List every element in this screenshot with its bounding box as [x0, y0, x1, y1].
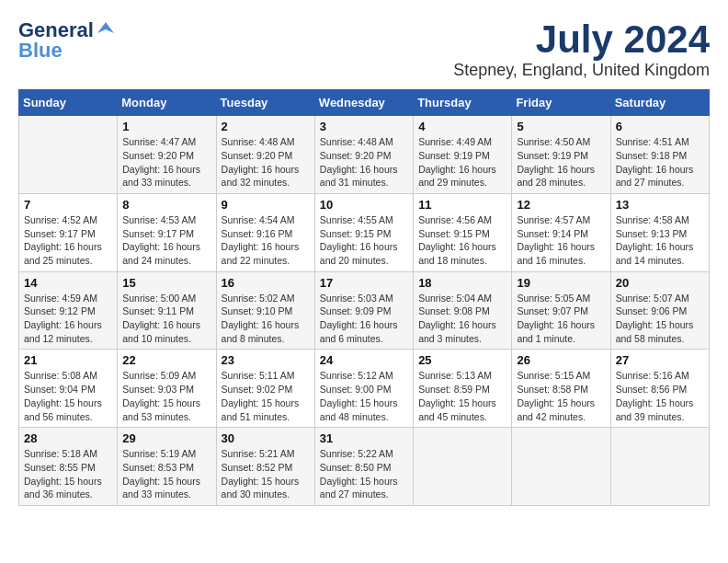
- weekday-header-row: SundayMondayTuesdayWednesdayThursdayFrid…: [19, 90, 710, 116]
- calendar-day-cell: 5Sunrise: 4:50 AM Sunset: 9:19 PM Daylig…: [512, 116, 610, 194]
- day-info: Sunrise: 4:53 AM Sunset: 9:17 PM Dayligh…: [122, 213, 210, 268]
- calendar-day-cell: 4Sunrise: 4:49 AM Sunset: 9:19 PM Daylig…: [414, 116, 512, 194]
- day-number: 15: [122, 276, 210, 290]
- calendar-day-cell: 12Sunrise: 4:57 AM Sunset: 9:14 PM Dayli…: [512, 193, 610, 271]
- day-info: Sunrise: 5:16 AM Sunset: 8:56 PM Dayligh…: [616, 369, 704, 423]
- day-number: 3: [320, 120, 408, 133]
- day-info: Sunrise: 5:13 AM Sunset: 8:59 PM Dayligh…: [418, 369, 506, 423]
- calendar-day-cell: 2Sunrise: 4:48 AM Sunset: 9:20 PM Daylig…: [216, 116, 314, 194]
- day-number: 11: [418, 198, 506, 212]
- weekday-header-wednesday: Wednesday: [314, 90, 413, 116]
- calendar-day-cell: 20Sunrise: 5:07 AM Sunset: 9:06 PM Dayli…: [610, 271, 709, 350]
- weekday-header-monday: Monday: [118, 90, 216, 116]
- calendar-day-cell: 29Sunrise: 5:19 AM Sunset: 8:53 PM Dayli…: [118, 428, 216, 506]
- calendar-day-cell: 13Sunrise: 4:58 AM Sunset: 9:13 PM Dayli…: [610, 193, 709, 271]
- logo-bird-icon: [96, 20, 116, 40]
- day-number: 24: [320, 353, 408, 367]
- calendar-day-cell: 16Sunrise: 5:02 AM Sunset: 9:10 PM Dayli…: [216, 271, 314, 350]
- day-number: 30: [222, 431, 310, 445]
- day-number: 17: [320, 276, 408, 290]
- empty-cell: [19, 116, 118, 194]
- day-number: 14: [24, 276, 112, 290]
- day-info: Sunrise: 5:02 AM Sunset: 9:10 PM Dayligh…: [222, 292, 310, 346]
- logo-blue-text: Blue: [18, 39, 63, 63]
- day-info: Sunrise: 5:11 AM Sunset: 9:02 PM Dayligh…: [222, 369, 310, 423]
- day-info: Sunrise: 4:48 AM Sunset: 9:20 PM Dayligh…: [222, 135, 310, 190]
- day-number: 12: [517, 198, 605, 212]
- day-info: Sunrise: 5:00 AM Sunset: 9:11 PM Dayligh…: [122, 292, 210, 346]
- empty-cell: [414, 428, 512, 506]
- calendar-day-cell: 25Sunrise: 5:13 AM Sunset: 8:59 PM Dayli…: [414, 350, 512, 428]
- calendar-day-cell: 24Sunrise: 5:12 AM Sunset: 9:00 PM Dayli…: [314, 350, 413, 428]
- weekday-header-saturday: Saturday: [610, 90, 709, 116]
- day-number: 8: [122, 198, 210, 212]
- calendar-week-row: 1Sunrise: 4:47 AM Sunset: 9:20 PM Daylig…: [19, 116, 710, 194]
- day-info: Sunrise: 4:49 AM Sunset: 9:19 PM Dayligh…: [418, 135, 506, 190]
- day-number: 10: [320, 198, 408, 212]
- day-number: 23: [222, 353, 310, 367]
- day-info: Sunrise: 5:03 AM Sunset: 9:09 PM Dayligh…: [320, 292, 408, 346]
- weekday-header-sunday: Sunday: [19, 90, 118, 116]
- day-number: 27: [616, 353, 704, 367]
- calendar-day-cell: 14Sunrise: 4:59 AM Sunset: 9:12 PM Dayli…: [19, 271, 118, 350]
- weekday-header-friday: Friday: [512, 90, 610, 116]
- calendar-day-cell: 3Sunrise: 4:48 AM Sunset: 9:20 PM Daylig…: [314, 116, 413, 194]
- day-info: Sunrise: 5:22 AM Sunset: 8:50 PM Dayligh…: [320, 447, 408, 501]
- calendar-day-cell: 6Sunrise: 4:51 AM Sunset: 9:18 PM Daylig…: [610, 116, 709, 194]
- page-header: General Blue July 2024 Stepney, England,…: [18, 18, 710, 80]
- day-info: Sunrise: 4:47 AM Sunset: 9:20 PM Dayligh…: [122, 135, 210, 190]
- calendar-table: SundayMondayTuesdayWednesdayThursdayFrid…: [18, 89, 710, 506]
- day-info: Sunrise: 5:07 AM Sunset: 9:06 PM Dayligh…: [616, 292, 704, 346]
- calendar-day-cell: 26Sunrise: 5:15 AM Sunset: 8:58 PM Dayli…: [512, 350, 610, 428]
- day-info: Sunrise: 4:52 AM Sunset: 9:17 PM Dayligh…: [24, 213, 112, 268]
- day-number: 18: [418, 276, 506, 290]
- day-number: 1: [122, 120, 210, 133]
- day-number: 9: [222, 198, 310, 212]
- calendar-week-row: 21Sunrise: 5:08 AM Sunset: 9:04 PM Dayli…: [19, 350, 710, 428]
- day-info: Sunrise: 5:12 AM Sunset: 9:00 PM Dayligh…: [320, 369, 408, 423]
- calendar-day-cell: 21Sunrise: 5:08 AM Sunset: 9:04 PM Dayli…: [19, 350, 118, 428]
- day-info: Sunrise: 5:09 AM Sunset: 9:03 PM Dayligh…: [122, 369, 210, 423]
- month-year-title: July 2024: [453, 18, 710, 61]
- calendar-day-cell: 22Sunrise: 5:09 AM Sunset: 9:03 PM Dayli…: [118, 350, 216, 428]
- day-number: 4: [418, 120, 506, 133]
- day-info: Sunrise: 5:18 AM Sunset: 8:55 PM Dayligh…: [24, 447, 112, 501]
- calendar-day-cell: 11Sunrise: 4:56 AM Sunset: 9:15 PM Dayli…: [414, 193, 512, 271]
- weekday-header-thursday: Thursday: [414, 90, 512, 116]
- day-number: 6: [616, 120, 704, 133]
- day-info: Sunrise: 4:55 AM Sunset: 9:15 PM Dayligh…: [320, 213, 408, 268]
- empty-cell: [512, 428, 610, 506]
- day-number: 13: [616, 198, 704, 212]
- day-number: 7: [24, 198, 112, 212]
- day-info: Sunrise: 4:54 AM Sunset: 9:16 PM Dayligh…: [222, 213, 310, 268]
- day-info: Sunrise: 4:59 AM Sunset: 9:12 PM Dayligh…: [24, 292, 112, 346]
- day-info: Sunrise: 5:21 AM Sunset: 8:52 PM Dayligh…: [222, 447, 310, 501]
- calendar-day-cell: 18Sunrise: 5:04 AM Sunset: 9:08 PM Dayli…: [414, 271, 512, 350]
- day-number: 21: [24, 353, 112, 367]
- calendar-header: SundayMondayTuesdayWednesdayThursdayFrid…: [19, 90, 710, 116]
- day-number: 5: [517, 120, 605, 133]
- day-info: Sunrise: 5:05 AM Sunset: 9:07 PM Dayligh…: [517, 292, 605, 346]
- day-number: 31: [320, 431, 408, 445]
- calendar-day-cell: 17Sunrise: 5:03 AM Sunset: 9:09 PM Dayli…: [314, 271, 413, 350]
- calendar-day-cell: 30Sunrise: 5:21 AM Sunset: 8:52 PM Dayli…: [216, 428, 314, 506]
- day-number: 28: [24, 431, 112, 445]
- day-info: Sunrise: 4:50 AM Sunset: 9:19 PM Dayligh…: [517, 135, 605, 190]
- calendar-day-cell: 7Sunrise: 4:52 AM Sunset: 9:17 PM Daylig…: [19, 193, 118, 271]
- day-info: Sunrise: 4:57 AM Sunset: 9:14 PM Dayligh…: [517, 213, 605, 268]
- day-info: Sunrise: 5:19 AM Sunset: 8:53 PM Dayligh…: [122, 447, 210, 501]
- calendar-week-row: 7Sunrise: 4:52 AM Sunset: 9:17 PM Daylig…: [19, 193, 710, 271]
- svg-marker-0: [97, 22, 114, 33]
- calendar-week-row: 28Sunrise: 5:18 AM Sunset: 8:55 PM Dayli…: [19, 428, 710, 506]
- day-number: 25: [418, 353, 506, 367]
- day-info: Sunrise: 4:51 AM Sunset: 9:18 PM Dayligh…: [616, 135, 704, 190]
- calendar-body: 1Sunrise: 4:47 AM Sunset: 9:20 PM Daylig…: [19, 116, 710, 506]
- day-number: 2: [222, 120, 310, 133]
- title-area: July 2024 Stepney, England, United Kingd…: [453, 18, 710, 80]
- day-number: 16: [222, 276, 310, 290]
- day-number: 20: [616, 276, 704, 290]
- calendar-day-cell: 23Sunrise: 5:11 AM Sunset: 9:02 PM Dayli…: [216, 350, 314, 428]
- day-info: Sunrise: 4:48 AM Sunset: 9:20 PM Dayligh…: [320, 135, 408, 190]
- empty-cell: [610, 428, 709, 506]
- calendar-day-cell: 27Sunrise: 5:16 AM Sunset: 8:56 PM Dayli…: [610, 350, 709, 428]
